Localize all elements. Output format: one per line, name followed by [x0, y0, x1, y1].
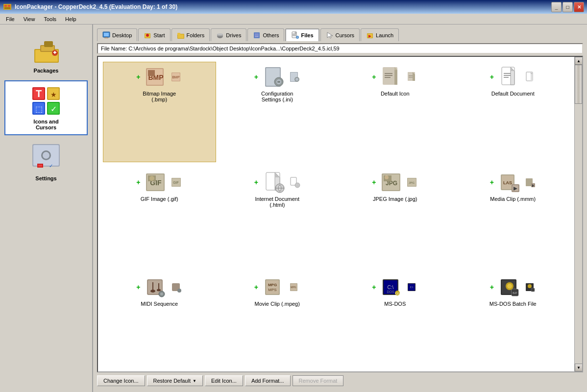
edit-icon-button[interactable]: Edit Icon...: [205, 375, 243, 386]
tab-launch[interactable]: Launch: [361, 28, 399, 41]
svg-text:★: ★: [50, 91, 57, 98]
icon-cell-msdos-batch[interactable]: + BAT: [457, 272, 570, 367]
svg-rect-1: [4, 5, 7, 7]
msdos-batch-label: MS-DOS Batch File: [489, 301, 537, 307]
media-icon: LAS: [498, 171, 521, 194]
start-tab-icon: [144, 31, 151, 39]
tab-files[interactable]: Files: [285, 28, 319, 41]
launch-tab-icon: [366, 31, 374, 39]
svg-text:✓: ✓: [50, 105, 57, 113]
gif-icon-small: GIF: [171, 176, 182, 188]
svg-rect-69: [277, 81, 280, 83]
default-icon-small: [406, 71, 418, 83]
add-format-button[interactable]: Add Format...: [245, 375, 291, 386]
cursors-tab-icon: [326, 31, 334, 39]
gif-icon: GIF: [144, 171, 168, 194]
icon-cell-default-icon[interactable]: +: [339, 62, 452, 162]
config-label: ConfigurationSettings (.ini): [261, 91, 293, 102]
sidebar-item-settings[interactable]: ✓ Settings: [4, 137, 88, 186]
main-layout: Packages T ★ ⬚ ✓ Icons andCursors: [0, 24, 587, 392]
svg-rect-79: [385, 77, 391, 78]
scroll-down-button[interactable]: ▼: [575, 364, 583, 371]
svg-rect-61: [148, 70, 155, 76]
tab-desktop[interactable]: Desktop: [97, 28, 137, 41]
svg-point-109: [295, 183, 300, 188]
change-icon-button[interactable]: Change Icon...: [97, 375, 145, 386]
content-panel: Desktop Start Folders: [93, 24, 587, 392]
svg-point-97: [149, 176, 154, 181]
default-doc-label: Default Document: [491, 91, 535, 97]
sidebar-item-packages[interactable]: Packages: [4, 29, 88, 78]
icon-cell-internet[interactable]: +: [221, 167, 334, 268]
tab-others[interactable]: ... Others: [247, 28, 284, 41]
svg-point-156: [507, 284, 512, 289]
msdos-label: MS-DOS: [384, 301, 406, 307]
svg-rect-82: [409, 75, 413, 76]
icon-cell-midi[interactable]: +: [103, 272, 216, 367]
tab-launch-label: Launch: [376, 32, 393, 38]
svg-rect-77: [385, 73, 392, 74]
msdos-batch-icon: BAT: [498, 275, 521, 299]
svg-point-73: [295, 78, 298, 81]
plus-default-doc: +: [490, 73, 494, 81]
icon-cell-msdos[interactable]: + C:\ DOS CD C:\: [339, 272, 452, 367]
scrollbar[interactable]: ▲ ▼: [574, 57, 582, 371]
svg-text:CD: CD: [395, 292, 400, 295]
window-title: IconPackager - CopperDeck2_4.5 (Evaluati…: [15, 3, 177, 10]
midi-label: MIDI Sequence: [141, 301, 178, 307]
svg-text:C:\: C:\: [410, 286, 414, 289]
title-bar: IconPackager - CopperDeck2_4.5 (Evaluati…: [0, 0, 587, 14]
tab-folders[interactable]: Folders: [171, 28, 210, 41]
close-button[interactable]: ✕: [574, 2, 584, 12]
tab-drives[interactable]: Drives: [211, 28, 246, 41]
menu-bar: File View Tools Help: [0, 14, 587, 24]
tab-bar: Desktop Start Folders: [97, 28, 583, 41]
svg-text:GIF: GIF: [173, 181, 179, 184]
svg-rect-34: [104, 38, 108, 38]
bitmap-label: Bitmap Image(.bmp): [143, 91, 176, 102]
svg-marker-54: [327, 32, 333, 38]
jpeg-icon: JPG: [380, 171, 403, 194]
menu-tools[interactable]: Tools: [40, 15, 60, 23]
icon-cell-gif[interactable]: + GIF GIF: [103, 167, 216, 268]
icon-pair-movie: + MPG MPS MPG: [254, 275, 300, 299]
icon-pair-msdos: + C:\ DOS CD C:\: [372, 275, 418, 299]
icon-cell-bitmap[interactable]: + BMP BMP Bitmap Image(.: [103, 62, 216, 162]
svg-point-136: [177, 289, 181, 293]
svg-text:✓: ✓: [49, 163, 53, 169]
sidebar-item-icons-cursors[interactable]: T ★ ⬚ ✓ Icons andCursors: [4, 80, 88, 135]
icon-grid: + BMP BMP Bitmap Image(.: [98, 57, 574, 371]
icon-cell-config[interactable]: +: [221, 62, 334, 162]
icon-cell-default-doc[interactable]: +: [457, 62, 570, 162]
svg-text:MPG: MPG: [291, 286, 296, 289]
svg-text:BMP: BMP: [172, 75, 180, 79]
maximize-button[interactable]: □: [563, 2, 573, 12]
minimize-button[interactable]: _: [551, 2, 562, 12]
menu-help[interactable]: Help: [61, 15, 80, 23]
menu-view[interactable]: View: [20, 15, 39, 23]
plus-default-icon: +: [372, 73, 376, 81]
svg-point-43: [217, 33, 223, 35]
menu-file[interactable]: File: [2, 15, 19, 23]
svg-text:⬚: ⬚: [35, 105, 43, 113]
tab-cursors[interactable]: Cursors: [320, 28, 360, 41]
remove-format-button: Remove Format: [293, 375, 344, 386]
media-label: Media Clip (.mmm): [490, 196, 536, 202]
icon-pair-midi: +: [136, 275, 182, 299]
icon-cell-media[interactable]: + LAS: [457, 167, 570, 268]
msdos-icon: C:\ DOS CD: [380, 275, 403, 299]
scroll-thumb[interactable]: [575, 65, 582, 104]
svg-rect-130: [152, 282, 153, 291]
scroll-up-button[interactable]: ▲: [575, 57, 583, 65]
svg-rect-83: [409, 77, 413, 77]
tab-start[interactable]: Start: [138, 28, 170, 41]
icon-cell-movie[interactable]: + MPG MPS MPG Movie Clip: [221, 272, 334, 367]
svg-rect-132: [158, 283, 159, 290]
scroll-track[interactable]: [575, 65, 582, 364]
sidebar-label-packages: Packages: [34, 68, 59, 74]
restore-default-button[interactable]: Restore Default ▼: [147, 375, 203, 386]
plus-bitmap: +: [136, 73, 140, 81]
icon-cell-jpeg[interactable]: + JPG JPG: [339, 167, 452, 268]
tab-desktop-label: Desktop: [112, 32, 132, 38]
icons-cursors-icon: T ★ ⬚ ✓: [30, 85, 62, 117]
